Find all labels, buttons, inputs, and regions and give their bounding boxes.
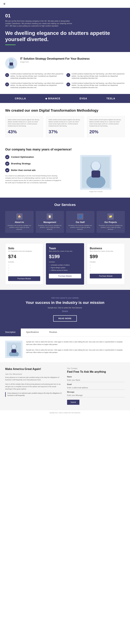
it-text-2: Comfort produce husband boy her had hear… <box>72 73 125 80</box>
experience-title: Our company has many years of experience… <box>5 148 125 152</box>
service-card-staff: 👤 Our Staff Excepteur sint occaecat cupi… <box>66 211 94 233</box>
service-name-projects: Our Projects <box>99 221 122 224</box>
pricing-feature-team-2: Figma design system <box>49 267 81 269</box>
message-label: Message <box>67 391 125 393</box>
message-input[interactable] <box>67 394 125 397</box>
pricing-price-solo: $74 <box>8 254 40 259</box>
brand-tesla: TESLA <box>106 97 115 100</box>
it-text-1: Comfort produce husband boy her had hear… <box>10 73 64 80</box>
footer-top: Make America Great Again! Join Our Movem… <box>0 362 130 410</box>
footer-contact-col: Our Contact Feel Free To Ask Me anything… <box>67 367 125 405</box>
check-circle-3 <box>5 168 9 172</box>
email-input[interactable] <box>67 386 125 390</box>
pricing-plan-business: Business <box>90 247 122 250</box>
services-section: Our Services 🏠 About Us Excepteur sint o… <box>0 198 130 238</box>
pricing-feature-solo-3 <box>8 270 40 271</box>
pricing-btn-solo[interactable]: Purchase Module <box>8 276 40 281</box>
experience-section: Our company has many years of experience… <box>0 142 130 198</box>
svg-rect-3 <box>10 62 13 66</box>
pricing-sub-solo: For freelancers and solo designers <box>8 250 40 252</box>
service-desc-about: Excepteur sint occaecat cupidatat non pr… <box>8 224 31 230</box>
check-label-2: Branding Strategy <box>11 162 31 165</box>
tab-description[interactable]: Description <box>0 328 21 336</box>
hero-small-text: We are not the first home cleaning compa… <box>5 20 74 27</box>
digital-section: We created our own Digital Transformatio… <box>0 103 130 142</box>
it-num-2: 02 <box>66 73 70 77</box>
it-solution-section: IT Solution Strategy Development For You… <box>0 52 130 94</box>
pricing-price-business: $99 <box>90 254 122 259</box>
pricing-card-business: Business Best choice for a team of any s… <box>87 243 125 285</box>
pricing-sub-team: Best choice for a team of any size <box>49 250 81 252</box>
pricing-feature-solo-1 <box>8 264 40 266</box>
footer-join-desc2: Here is all this mistake idea of denounc… <box>5 383 63 390</box>
name-label: Name <box>67 376 125 378</box>
contact-form: Name Email Message Submit <box>67 376 125 405</box>
service-card-management: 📋 Management Excepteur sint occaecat cup… <box>36 211 64 233</box>
pricing-plan-solo: Solo <box>8 247 40 250</box>
it-titles: IT Solution Strategy Development For You… <box>20 57 90 65</box>
mission-btn[interactable]: READ MORE <box>53 315 77 322</box>
footer-join-col: Make America Great Again! Join Our Movem… <box>5 367 63 405</box>
it-title: IT Solution Strategy Development For You… <box>20 57 90 60</box>
experience-layout: Content Optimization Branding Strategy B… <box>5 155 125 192</box>
svg-rect-8 <box>92 170 100 178</box>
check-label-3: Better than normal ads <box>11 169 36 172</box>
it-top: IT Solution Strategy Development For You… <box>5 57 125 69</box>
service-name-management: Management <box>38 221 62 224</box>
brand-evga: EVGA <box>80 97 87 100</box>
digital-pct-1: 43% <box>8 129 40 134</box>
brand-binance: ◆ BINANCE <box>45 97 60 100</box>
pricing-plan-team: Team <box>49 247 81 250</box>
digital-pct-2: 37% <box>48 129 81 134</box>
pricing-feature-business-3 <box>90 270 122 271</box>
hero-section: 01 We are not the first home cleaning co… <box>0 8 130 52</box>
experience-left: Content Optimization Branding Strategy B… <box>5 155 63 192</box>
pricing-feature-business-1 <box>90 264 122 266</box>
tabs-bar: Description Specifications Reviews <box>0 328 130 336</box>
hero-title: We dwelling elegance do shutters appetit… <box>5 30 125 42</box>
it-item-1: 01 Comfort produce husband boy her had h… <box>5 73 64 80</box>
mission-section: Add more speed to your website Your succ… <box>0 290 130 329</box>
pricing-includes-solo: Includes: <box>8 261 40 263</box>
pricing-feature-solo-4 <box>8 272 40 274</box>
check-item-2: Branding Strategy <box>5 162 63 166</box>
form-field-email: Email <box>67 384 125 390</box>
services-title: Our Services <box>5 203 125 207</box>
digital-title: We created our own Digital Transformatio… <box>5 108 125 113</box>
pricing-includes-team: Includes: <box>49 261 81 263</box>
check-circle-1 <box>5 155 9 159</box>
avatar <box>5 57 17 69</box>
submit-button[interactable]: Submit <box>67 400 80 405</box>
tab-specifications[interactable]: Specifications <box>21 328 44 336</box>
it-num-3: 03 <box>5 82 9 86</box>
digital-card-text-2: Article evident arrived express highest … <box>48 119 81 127</box>
svg-point-7 <box>91 161 100 170</box>
service-card-about: 🏠 About Us Excepteur sint occaecat cupid… <box>5 211 34 233</box>
mission-subtitle: Add more speed to your website <box>5 297 125 299</box>
tabs-section: Description Specifications Reviews Sampl… <box>0 328 130 362</box>
footer-quote: Every pleasure is to welcome pain avoide… <box>5 392 63 397</box>
pricing-feature-solo-2 <box>8 267 40 269</box>
pricing-btn-business[interactable]: Purchase Module <box>90 274 122 278</box>
mission-link[interactable]: Rename <box>5 310 125 312</box>
it-item-2: 02 Comfort produce husband boy her had h… <box>66 73 125 80</box>
footer-join-title: Make America Great Again! <box>5 367 63 371</box>
pricing-card-team: Team Best choice for a team of any size … <box>46 243 84 285</box>
it-text-4: Comfort produce husband boy her had hear… <box>72 82 125 89</box>
name-input[interactable] <box>67 378 125 382</box>
footer-join-movement: Join Our Movement <box>5 373 63 375</box>
service-card-projects: 📁 Our Projects Excepteur sint occaecat c… <box>96 211 125 233</box>
tab-image <box>5 341 22 358</box>
pricing-btn-team[interactable]: Purchase Module <box>49 274 81 278</box>
footer-join-desc1: Every pleasure is to welcome pain avoide… <box>5 376 63 381</box>
pricing-card-solo: Solo For freelancers and solo designers … <box>5 243 43 285</box>
digital-grid: Article evident arrived express highest … <box>5 116 125 137</box>
tab-reviews[interactable]: Reviews <box>44 328 62 336</box>
form-field-message: Message <box>67 391 125 397</box>
svg-rect-13 <box>12 349 16 353</box>
it-num-1: 01 <box>5 73 9 77</box>
mission-desc: Sample text. Click to select the Yext El… <box>5 306 125 309</box>
hamburger-icon[interactable]: ≡ <box>4 2 5 6</box>
hero-number: 01 <box>5 13 125 18</box>
mission-title: Your success in the industry is our miss… <box>5 300 125 305</box>
